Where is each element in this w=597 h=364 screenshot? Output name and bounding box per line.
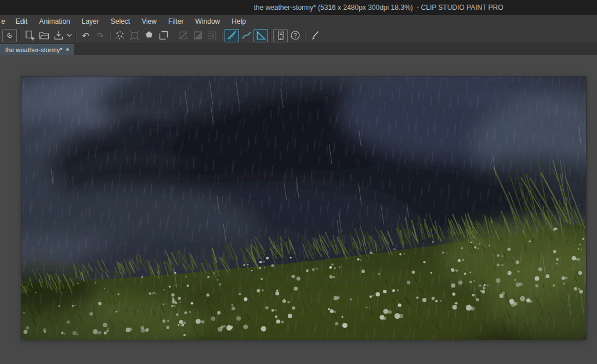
snap-to-ruler-icon [226,30,238,41]
canvas-workspace [0,55,597,364]
open-file-icon [38,30,50,41]
snap-to-ruler-button[interactable] [225,29,239,42]
toolbar-separator [19,30,20,41]
redo-icon: ↷ [96,31,104,40]
new-canvas-icon [24,30,35,41]
help-icon: ? [290,30,301,41]
menu-edit[interactable]: Edit [10,15,34,27]
undo-icon: ↶ [82,31,89,40]
toolbar-separator [270,30,271,41]
command-toolbar: ↶ ↷ [0,27,597,44]
toolbar-separator [110,30,110,41]
menu-select[interactable]: Select [105,15,136,27]
snap-to-special-ruler-icon [241,30,252,41]
save-file-menu-button[interactable] [66,29,73,42]
save-file-button[interactable] [51,29,66,42]
menu-animation[interactable]: Animation [33,15,75,27]
invert-selection-icon [192,30,204,41]
deselect-icon [178,30,189,41]
clip-studio-logo-icon [5,30,15,41]
selection-border-icon [207,30,218,41]
redo-button[interactable]: ↷ [93,29,107,42]
svg-text:?: ? [294,32,297,39]
deselect-button[interactable] [176,29,190,42]
open-file-button[interactable] [37,29,51,42]
invert-selection-button[interactable] [190,29,205,42]
snap-to-grid-icon [255,30,267,41]
menu-view[interactable]: View [136,15,162,27]
fill-button[interactable] [142,29,156,42]
undo-button[interactable]: ↶ [78,29,93,42]
menu-layer[interactable]: Layer [76,15,105,27]
selection-border-button[interactable] [205,29,219,42]
canvas-artwork[interactable] [21,77,586,340]
toolbar-separator [222,30,222,41]
app-window: the weather-stormy* (5316 x 2480px 300dp… [0,0,597,364]
toolbar-separator [305,30,305,41]
document-tab[interactable]: the weather-stormy* [0,44,74,55]
pen-button[interactable] [307,29,322,42]
modified-indicator-dot [66,48,69,51]
scale-rotate-icon [158,30,169,41]
chevron-down-icon [67,34,72,37]
menu-filter[interactable]: Filter [162,15,190,27]
clear-icon [114,30,126,41]
companion-mode-button[interactable] [273,29,288,42]
toolbar-separator [173,30,173,41]
snap-to-grid-button[interactable] [254,29,268,42]
save-file-icon [53,30,64,41]
stormy-painting [21,77,586,340]
clip-studio-logo-button[interactable] [2,29,17,42]
document-tabbar: the weather-stormy* [0,44,597,55]
clear-outside-selection-button[interactable] [127,29,142,42]
snap-to-special-ruler-button[interactable] [239,29,254,42]
new-canvas-button[interactable] [22,29,37,42]
pen-icon [309,30,321,41]
clear-outside-selection-icon [129,30,140,41]
window-title: the weather-stormy* (5316 x 2480px 300dp… [254,3,503,12]
help-button[interactable]: ? [288,29,302,42]
menubar: e Edit Animation Layer Select View Filte… [0,15,597,27]
scale-rotate-button[interactable] [156,29,171,42]
document-tab-label: the weather-stormy* [5,46,62,53]
clear-button[interactable] [113,29,127,42]
fill-icon [143,30,155,41]
menu-window[interactable]: Window [190,15,226,27]
companion-mode-icon [275,30,287,41]
menu-file-partial[interactable]: e [0,15,10,27]
toolbar-separator [75,30,76,41]
titlebar: the weather-stormy* (5316 x 2480px 300dp… [0,0,597,15]
menu-help[interactable]: Help [226,15,252,27]
